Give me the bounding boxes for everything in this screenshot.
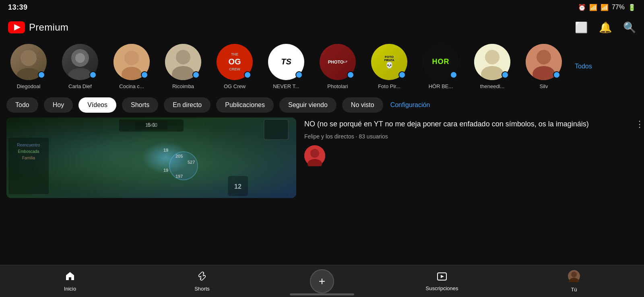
logo-area: Premium: [8, 21, 68, 33]
plus-icon: +: [319, 276, 325, 287]
channel-photolari[interactable]: PHOTO LF Photolari: [316, 44, 360, 89]
svg-point-15: [537, 50, 551, 64]
status-bar: 13:39 ⏰ 📶 📶 77% 🔋: [0, 0, 644, 14]
shorts-icon: [197, 271, 207, 284]
wifi-icon: 📶: [589, 4, 597, 11]
todos-label[interactable]: Todos: [575, 63, 592, 70]
video-meta: Felipe y los directos · 83 usuarios: [304, 133, 638, 140]
svg-point-26: [169, 152, 198, 180]
nav-home-label: Inicio: [64, 286, 76, 292]
svg-marker-38: [441, 275, 444, 278]
filter-row: Todo Hoy Vídeos Shorts En directo Public…: [0, 93, 644, 118]
alarm-icon: ⏰: [578, 4, 586, 11]
svg-point-3: [68, 68, 92, 80]
channel-name: theneedl...: [480, 83, 505, 89]
you-avatar: [568, 270, 580, 285]
svg-point-4: [75, 53, 85, 63]
more-options-icon[interactable]: ⋮: [635, 119, 644, 130]
nav-shorts-label: Shorts: [194, 286, 210, 292]
bottom-nav: Inicio Shorts + Suscripciones: [0, 265, 644, 297]
battery-icon: 🔋: [628, 4, 636, 11]
svg-point-1: [17, 68, 41, 80]
channel-avatar-wrap: [474, 44, 510, 80]
channel-avatar-wrap: [114, 44, 150, 80]
svg-rect-17: [264, 120, 288, 140]
channel-silv[interactable]: Silv: [522, 44, 566, 89]
content-row: 6-1 15:00 Reencuentro Emboscada Familia …: [0, 118, 644, 198]
channel-name: Photolari: [327, 83, 348, 89]
nav-home[interactable]: Inicio: [46, 271, 94, 292]
svg-text:19: 19: [163, 148, 168, 153]
status-right: ⏰ 📶 📶 77% 🔋: [578, 4, 636, 11]
channel-name: Silv: [540, 83, 548, 89]
svg-text:197: 197: [175, 174, 183, 179]
channel-avatar-wrap: [526, 44, 562, 80]
video-channel: Felipe y los directos: [304, 133, 354, 140]
channel-mini-avatar: [304, 145, 325, 166]
subscriptions-icon: [437, 271, 447, 284]
search-icon[interactable]: 🔍: [623, 21, 636, 34]
nav-subscriptions[interactable]: Suscripciones: [418, 271, 466, 291]
channel-name: OG Crew: [224, 83, 246, 89]
channel-dot: [89, 71, 97, 78]
svg-text:Reencuentro: Reencuentro: [17, 143, 40, 147]
channel-dot: [192, 71, 200, 78]
channel-name: HÖR BE...: [429, 83, 453, 89]
filter-hoy[interactable]: Hoy: [44, 97, 73, 113]
filter-no-visto[interactable]: No visto: [342, 97, 383, 113]
nav-shorts[interactable]: Shorts: [178, 271, 226, 292]
svg-point-6: [124, 51, 139, 65]
filter-seguir-viendo[interactable]: Seguir viendo: [279, 97, 336, 113]
config-label[interactable]: Configuración: [390, 101, 430, 109]
nav-you-label: Tú: [571, 287, 577, 293]
channel-dot: [398, 71, 406, 78]
channel-fotopirata[interactable]: FOTO PIRATA 💀 Foto Pir...: [367, 44, 411, 89]
filter-publicaciones[interactable]: Publicaciones: [216, 97, 274, 113]
svg-point-35: [310, 149, 319, 158]
video-viewers: 83 usuarios: [359, 133, 388, 140]
svg-point-9: [176, 50, 190, 64]
filter-todo[interactable]: Todo: [6, 97, 38, 113]
channel-name: NEVER T...: [273, 83, 299, 89]
channel-theneedl[interactable]: theneedl...: [470, 44, 514, 89]
video-thumbnail[interactable]: 6-1 15:00 Reencuentro Emboscada Familia …: [6, 118, 296, 198]
top-nav: Premium ⬜ 🔔 🔍: [0, 14, 644, 40]
svg-point-12: [485, 50, 500, 64]
channel-dot: [450, 71, 457, 78]
channel-hor-be[interactable]: HOR HÖR BE...: [419, 44, 463, 89]
channel-carla-dief[interactable]: Carla Dief: [58, 44, 102, 89]
svg-text:527: 527: [188, 160, 195, 165]
channel-avatar-wrap: [10, 44, 47, 80]
filter-en-directo[interactable]: En directo: [164, 97, 211, 113]
filter-shorts[interactable]: Shorts: [122, 97, 158, 113]
channel-name: Carla Dief: [68, 83, 92, 89]
nav-you[interactable]: Tú: [550, 270, 598, 293]
svg-text:Familia: Familia: [22, 156, 35, 160]
channel-dot: [38, 71, 45, 78]
cast-icon[interactable]: ⬜: [575, 21, 588, 34]
svg-text:12: 12: [234, 183, 242, 190]
video-info: ⋮ NO (no se porqué en YT no me deja pone…: [304, 118, 638, 198]
home-icon: [65, 271, 75, 284]
channel-never-t[interactable]: TS NEVER T...: [264, 44, 308, 89]
channel-name: Ricoimba: [172, 83, 194, 89]
svg-text:15:00: 15:00: [145, 122, 157, 128]
filter-videos[interactable]: Vídeos: [78, 97, 116, 113]
channel-dot: [141, 71, 148, 78]
channel-dot: [347, 71, 354, 78]
signal-icon: 📶: [601, 4, 609, 11]
battery-text: 77%: [612, 4, 625, 11]
create-button[interactable]: +: [310, 269, 334, 293]
channel-og-crew[interactable]: THE OG CREW OG Crew: [213, 44, 257, 89]
status-time: 13:39: [8, 3, 28, 12]
channel-avatar-wrap: [62, 44, 98, 80]
channel-avatar-wrap: THE OG CREW: [217, 44, 253, 80]
channel-cocina[interactable]: Cocina c...: [109, 44, 154, 89]
svg-text:19: 19: [163, 168, 168, 173]
bell-icon[interactable]: 🔔: [599, 21, 612, 34]
channel-dot: [244, 71, 251, 78]
svg-text:Emboscada: Emboscada: [18, 149, 39, 154]
channel-diegodoal[interactable]: Diegodoal: [6, 44, 51, 89]
video-title: NO (no se porqué en YT no me deja poner …: [304, 119, 638, 129]
channel-ricoimba[interactable]: Ricoimba: [161, 44, 205, 89]
